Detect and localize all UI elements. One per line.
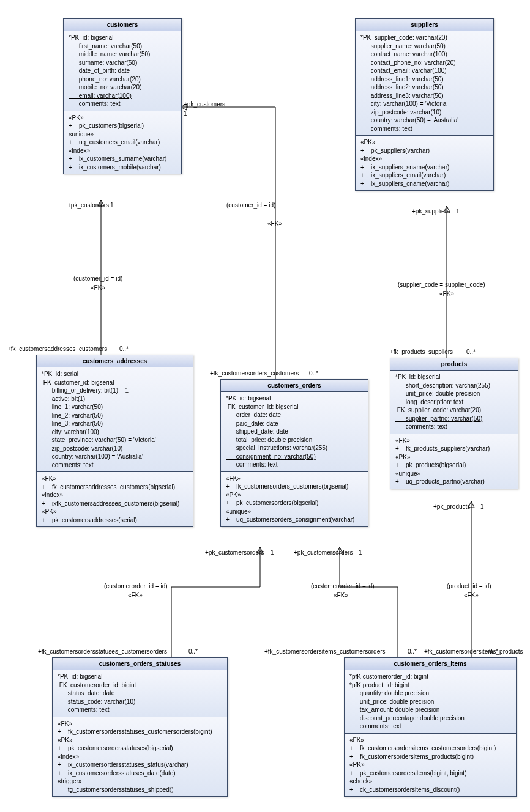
col: paid_date: date (226, 419, 363, 428)
rel-label: +pk_customersorders (205, 549, 264, 556)
diagram-canvas: customers *PK id: bigserial first_name: … (0, 0, 530, 812)
c: + pk_customersorders(bigserial) (226, 499, 363, 508)
c: + ix_customersordersstatuses_status(varc… (58, 761, 222, 769)
rel-fk: «FK» (91, 284, 105, 291)
rel-label: +pk_products (433, 503, 470, 510)
c: + fk_customersorders_customers(bigserial… (226, 482, 363, 491)
c: + fk_products_suppliers(varchar) (395, 445, 513, 453)
col: line_1: varchar(50) (42, 403, 188, 412)
constraints-section: «PK» + pk_customers(bigserial) «unique» … (64, 111, 181, 174)
rel-join: (customer_id = id) (226, 202, 275, 209)
entity-customers-orders-statuses: customers_orders_statuses *PK id: bigser… (52, 657, 228, 797)
rel-mult: 1 (184, 110, 187, 117)
entity-title: customers_orders (221, 380, 368, 392)
col: billing_or_delivery: bit(1) = 1 (42, 386, 188, 395)
rel-mult: 0..* (119, 345, 129, 352)
col: date_of_birth: date (69, 67, 176, 75)
col: FK supplier_code: varchar(20) (395, 406, 513, 415)
constraints-section: «PK» + pk_suppliers(varchar) «index» + i… (356, 136, 493, 190)
rel-mult: 1 (359, 549, 362, 556)
c: «index» (58, 753, 222, 761)
c: + uq_products_partno(varchar) (395, 478, 513, 486)
c: «PK» (42, 508, 188, 516)
c: + pk_suppliers(varchar) (360, 147, 488, 155)
c: tg_customersordersstatuses_shipped() (58, 786, 222, 794)
rel-join: (product_id = id) (447, 583, 491, 589)
c: + fk_customersordersitems_products(bigin… (349, 753, 511, 761)
entity-title: customers_addresses (37, 355, 193, 367)
rel-label: +pk_customersorders (294, 549, 353, 556)
col: comments: text (226, 460, 363, 469)
c: «trigger» (58, 777, 222, 786)
c: «PK» (349, 761, 511, 769)
col: line_3: varchar(50) (42, 419, 188, 428)
c: + pk_customers(bigserial) (69, 122, 176, 130)
rel-mult: 1 (480, 503, 484, 510)
constraints-section: «FK» + fk_customersordersitems_customers… (345, 734, 516, 797)
rel-label: +pk_customers (67, 202, 109, 209)
entity-customers-orders: customers_orders *PK id: bigserial FK cu… (220, 379, 368, 527)
c: + fk_customersaddresses_customers(bigser… (42, 483, 188, 492)
col: shipped_date: date (226, 427, 363, 436)
rel-label: +fk_products_suppliers (390, 349, 453, 355)
rel-mult: 0..* (489, 648, 513, 655)
entity-title: customers_orders_statuses (53, 658, 227, 670)
c: «check» (349, 777, 511, 786)
col: *pfK customerorder_id: bigint (349, 673, 511, 681)
rel-fk: «FK» (128, 592, 143, 599)
rel-label: +fk_customersorders_customers (210, 370, 299, 377)
col: *PK id: bigserial (69, 34, 176, 42)
col: comments: text (349, 722, 511, 731)
c: «PK» (69, 114, 176, 122)
rel-join: (customer_id = id) (73, 275, 122, 282)
c: «PK» (226, 491, 363, 500)
rel-join: (supplier_code = supplier_code) (398, 281, 485, 288)
col: *pfK product_id: bigint (349, 681, 511, 690)
col: comments: text (42, 461, 188, 470)
rel-mult: 0..* (408, 648, 417, 655)
c: + pk_customersaddresses(serial) (42, 516, 188, 525)
col: order_date: date (226, 411, 363, 419)
rel-label: +pk_customers (184, 101, 225, 108)
entity-title: customers_orders_items (345, 658, 516, 670)
col: country: varchar(50) = 'Australia' (360, 116, 488, 125)
c: + ixfk_customersaddresses_customers(bigs… (42, 500, 188, 508)
c: «PK» (395, 453, 513, 462)
c: «index» (360, 155, 488, 163)
c: «FK» (58, 720, 222, 728)
rel-mult: 0..* (188, 648, 198, 655)
c: «index» (42, 491, 188, 500)
entity-products: products *PK id: bigserial short_descrip… (390, 358, 518, 489)
col: country: varchar(100) = 'Australia' (42, 452, 188, 461)
col: *PK id: bigserial (395, 373, 513, 382)
col: short_description: varchar(255) (395, 382, 513, 390)
col: unit_price: double precision (395, 389, 513, 398)
col: line_2: varchar(50) (42, 412, 188, 420)
rel-mult: 1 (271, 549, 274, 556)
constraints-section: «FK» + fk_customersorders_customers(bigs… (221, 472, 368, 526)
c: + ix_customersordersstatuses_date(date) (58, 769, 222, 778)
col: *PK supplier_code: varchar(20) (360, 34, 488, 42)
rel-fk: «FK» (439, 290, 454, 297)
col: total_price: double precision (226, 436, 363, 445)
columns-section: *PK id: bigserial FK customer_id: bigser… (221, 392, 368, 472)
c: «PK» (58, 736, 222, 745)
col: FK customer_id: bigserial (42, 378, 188, 387)
entity-customers: customers *PK id: bigserial first_name: … (63, 18, 182, 174)
col: *PK id: bigserial (58, 673, 222, 681)
rel-label: +pk_suppliers (412, 208, 450, 215)
constraints-section: «FK» + fk_customersaddresses_customers(b… (37, 472, 193, 526)
c: + pk_customersordersitems(bigint, bigint… (349, 769, 511, 778)
col: FK customerorder_id: bigint (58, 681, 222, 690)
constraints-section: «FK» + fk_products_suppliers(varchar) «P… (390, 434, 518, 489)
c: + ix_suppliers_sname(varchar) (360, 163, 488, 172)
c: + ix_suppliers_cname(varchar) (360, 180, 488, 188)
rel-label: +fk_customersaddresses_customers (7, 345, 107, 352)
columns-section: *pfK customerorder_id: bigint *pfK produ… (345, 670, 516, 734)
col: email: varchar(100) (69, 92, 176, 100)
rel-fk: «FK» (334, 592, 348, 599)
col: special_instructions: varchar(255) (226, 444, 363, 452)
col: status_code: varchar(10) (58, 698, 222, 706)
col: address_line3: varchar(50) (360, 92, 488, 100)
c: «FK» (226, 474, 363, 483)
